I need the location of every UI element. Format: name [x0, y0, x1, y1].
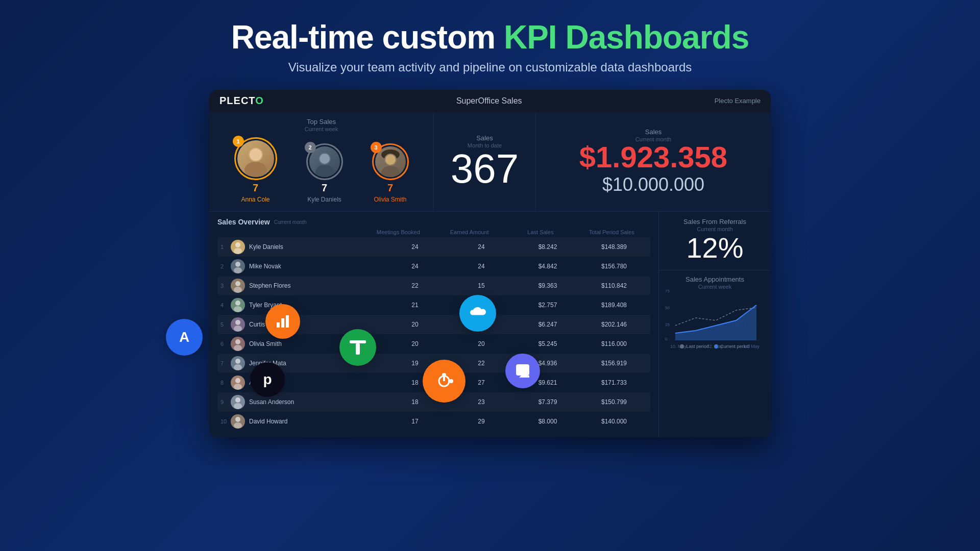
row-meetings: 18 — [382, 379, 448, 386]
row-avatar — [231, 337, 245, 351]
svg-point-14 — [235, 281, 240, 286]
svg-point-25 — [234, 384, 242, 390]
row-avatar — [231, 240, 245, 254]
row-name: Mike Novak — [249, 263, 382, 270]
x-label-3: 14. May — [743, 344, 760, 349]
appointments-title: Sales Appointments — [665, 276, 765, 283]
svg-point-29 — [234, 422, 242, 429]
table-row: 1 Kyle Daniels 24 24 $8.242 $148.389 — [217, 237, 650, 257]
svg-text:0: 0 — [665, 337, 668, 341]
table-row: 9 Susan Anderson 18 23 $7.379 $150.799 — [217, 392, 650, 412]
row-last-sales: $9.363 — [514, 282, 581, 289]
row-earned: 24 — [448, 263, 514, 270]
x-label-2: 12. May — [706, 344, 723, 349]
col-meetings: Meetings Booked — [363, 229, 434, 235]
row-earned: 27 — [448, 379, 514, 386]
avatar-ring-1: 1 — [234, 137, 277, 180]
hero-header: Real-time custom KPI Dashboards Visualiz… — [231, 0, 749, 85]
float-icon-amplitude: A — [166, 319, 203, 356]
row-name: Stephen Flores — [249, 282, 382, 289]
sales-table-container: Sales Overview Current month Meetings Bo… — [209, 212, 658, 437]
svg-point-20 — [235, 339, 240, 344]
table-body: 1 Kyle Daniels 24 24 $8.242 $148.389 2 M… — [217, 237, 650, 431]
row-rank: 5 — [220, 321, 231, 328]
row-name: Anna Cole — [249, 379, 382, 386]
svg-point-26 — [235, 397, 240, 403]
sales-person-2: 2 7 Kyle Daniels — [306, 143, 343, 203]
svg-point-22 — [235, 359, 240, 364]
svg-marker-38 — [675, 305, 756, 340]
rank-badge-3: 3 — [371, 142, 382, 153]
rank-badge-2: 2 — [305, 142, 316, 153]
chart-panel: Sales Appointments Current week 75 50 25… — [659, 270, 771, 437]
x-label-1: 10. May — [670, 344, 687, 349]
referrals-panel: Sales From Referrals Current month 12% — [659, 212, 771, 270]
sales-target-amount: $10.000.000 — [602, 174, 704, 195]
svg-text:50: 50 — [665, 306, 670, 310]
col-last-sales: Last Sales — [505, 229, 576, 235]
row-avatar — [231, 317, 245, 332]
svg-point-28 — [235, 417, 240, 422]
row-meetings: 22 — [382, 282, 448, 289]
svg-point-4 — [315, 165, 334, 177]
svg-point-11 — [234, 248, 242, 254]
row-meetings: 24 — [382, 263, 448, 270]
row-total-sales: $116.000 — [581, 340, 647, 347]
sales-count-panel: Sales Month to date 367 — [434, 112, 536, 211]
row-name: Kyle Daniels — [249, 243, 382, 251]
avatar-anna — [237, 140, 274, 177]
row-total-sales: $189.408 — [581, 302, 647, 309]
svg-point-24 — [235, 378, 240, 383]
hero-subtitle: Visualize your team activity and pipelin… — [231, 60, 749, 74]
table-row: 10 David Howard 17 29 $8.000 $140.000 — [217, 412, 650, 431]
row-avatar — [231, 395, 245, 409]
row-name: Susan Anderson — [249, 398, 382, 406]
sales-score-1: 7 — [253, 182, 258, 194]
svg-point-15 — [234, 287, 242, 293]
row-last-sales: $9.621 — [514, 379, 581, 386]
title-highlight: KPI Dashboards — [504, 19, 749, 56]
page-title: Real-time custom KPI Dashboards — [231, 18, 749, 56]
row-avatar — [231, 356, 245, 370]
row-avatar — [231, 259, 245, 273]
sales-amount-panel: Sales Current month $1.923.358 $10.000.0… — [536, 112, 771, 211]
bottom-section: Sales Overview Current month Meetings Bo… — [209, 212, 771, 437]
row-rank: 1 — [220, 244, 231, 250]
table-row: 3 Stephen Flores 22 15 $9.363 $110.842 — [217, 276, 650, 295]
table-row: 2 Mike Novak 24 24 $4.842 $156.780 — [217, 257, 650, 276]
row-rank: 2 — [220, 263, 231, 269]
svg-point-19 — [234, 325, 242, 332]
table-row: 6 Olivia Smith 20 20 $5.245 $116.000 — [217, 334, 650, 354]
row-total-sales: $202.146 — [581, 321, 647, 328]
svg-point-16 — [235, 300, 240, 306]
appointments-chart: 75 50 25 0 10. May 12. May 14. — [665, 290, 765, 341]
row-earned: 29 — [448, 418, 514, 425]
row-meetings: 24 — [382, 243, 448, 251]
row-last-sales: $4.936 — [514, 360, 581, 367]
row-total-sales: $110.842 — [581, 282, 647, 289]
svg-point-1 — [244, 162, 267, 177]
svg-point-2 — [250, 148, 262, 161]
row-total-sales: $140.000 — [581, 418, 647, 425]
sales-amount-label: Sales — [645, 128, 662, 136]
row-rank: 3 — [220, 283, 231, 289]
svg-text:25: 25 — [665, 322, 670, 327]
row-last-sales: $2.757 — [514, 302, 581, 309]
svg-point-5 — [320, 154, 330, 164]
svg-point-23 — [234, 364, 242, 370]
sales-person-1: 1 7 Anna Cole — [234, 137, 277, 203]
svg-point-21 — [234, 345, 242, 351]
table-header: Sales Overview Current month — [217, 218, 650, 226]
referrals-value: 12% — [665, 232, 765, 264]
sales-name-1: Anna Cole — [241, 196, 270, 203]
row-name: Jennifer Mata — [249, 360, 382, 367]
plecto-logo: PLECTO — [219, 95, 264, 107]
sales-name-3: Olivia Smith — [374, 196, 406, 203]
svg-point-17 — [234, 306, 242, 312]
row-rank: 6 — [220, 341, 231, 347]
row-name: David Howard — [249, 418, 382, 425]
top-sales-sublabel: Current week — [219, 126, 423, 132]
sales-name-2: Kyle Daniels — [307, 196, 341, 203]
row-rank: 7 — [220, 360, 231, 366]
row-earned: 20 — [448, 340, 514, 347]
